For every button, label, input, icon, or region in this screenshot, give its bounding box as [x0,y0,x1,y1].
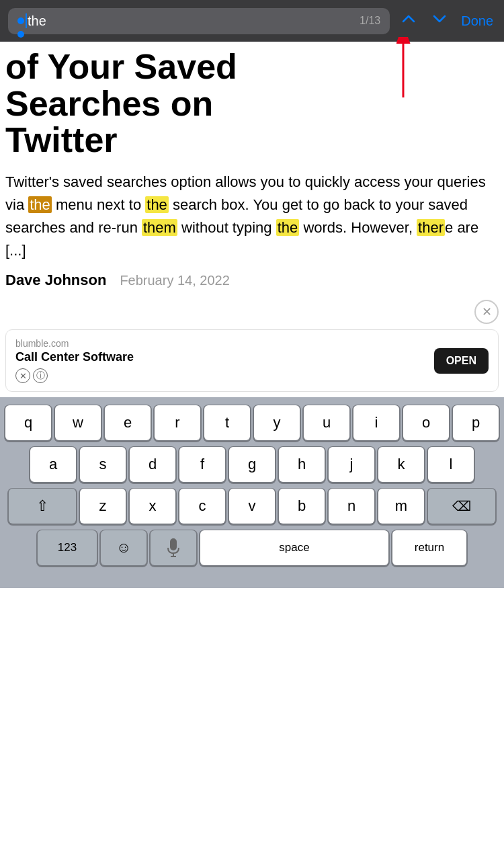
key-k[interactable]: k [378,447,424,482]
article-meta: Dave Johnson February 14, 2022 [3,272,501,289]
key-l[interactable]: l [428,447,474,482]
highlight-the-2: the [145,196,169,213]
ad-controls: ✕ ⓘ [15,368,134,383]
search-input[interactable]: the [17,13,46,29]
keyboard-row-2: a s d f g h j k l [3,447,501,482]
key-v[interactable]: v [229,489,275,524]
key-r[interactable]: r [155,405,200,440]
space-key[interactable]: space [200,530,388,565]
ad-open-button[interactable]: OPEN [434,348,489,374]
mic-key[interactable] [151,530,196,565]
key-t[interactable]: t [204,405,250,440]
return-key[interactable]: return [392,530,466,565]
key-g[interactable]: g [229,447,275,482]
search-bar: the 1/13 Done [0,0,504,42]
article-content: of Your Saved Searches on Twitter Twitte… [0,42,504,300]
article-body: Twitter's saved searches option allows y… [3,171,501,262]
ad-info: blumble.com Call Center Software ✕ ⓘ [15,338,134,383]
close-button[interactable]: ✕ [474,300,499,324]
highlight-there: ther [417,219,445,236]
highlight-the-1: the [28,196,52,213]
cursor-top-dot [17,17,24,24]
close-button-container: ✕ [0,300,504,329]
highlight-the-3: the [276,219,300,236]
ad-banner: blumble.com Call Center Software ✕ ⓘ OPE… [5,329,499,392]
keyboard: q w e r t y u i o p a s d f g h j k l ⇧ … [0,397,504,588]
key-o[interactable]: o [403,405,449,440]
ad-close-button[interactable]: ✕ [15,368,30,383]
keyboard-bottom-padding [3,572,501,585]
key-b[interactable]: b [279,489,325,524]
cursor-line [26,13,27,28]
keyboard-row-bottom: 123 ☺ space return [3,530,501,565]
key-p[interactable]: p [453,405,499,440]
key-s[interactable]: s [80,447,126,482]
keyboard-row-3: ⇧ z x c v b n m ⌫ [3,489,501,524]
key-e[interactable]: e [105,405,151,440]
shift-key[interactable]: ⇧ [9,489,76,524]
key-q[interactable]: q [5,405,51,440]
search-next-button[interactable] [427,9,452,32]
keyboard-row-1: q w e r t y u i o p [3,405,501,440]
number-key[interactable]: 123 [38,530,97,565]
key-m[interactable]: m [378,489,424,524]
ad-info-button[interactable]: ⓘ [33,368,48,383]
key-y[interactable]: y [254,405,300,440]
key-x[interactable]: x [130,489,175,524]
cursor-bottom-dot [17,31,24,38]
key-f[interactable]: f [179,447,225,482]
highlight-them: them [142,219,177,236]
ad-title: Call Center Software [15,350,134,364]
emoji-key[interactable]: ☺ [101,530,146,565]
key-u[interactable]: u [304,405,349,440]
key-z[interactable]: z [80,489,126,524]
done-button[interactable]: Done [458,11,496,32]
search-input-container[interactable]: the 1/13 [8,8,390,34]
search-value: the [28,13,46,29]
key-a[interactable]: a [30,447,76,482]
key-n[interactable]: n [329,489,374,524]
author-name: Dave Johnson [5,272,106,289]
key-c[interactable]: c [179,489,225,524]
article-title: of Your Saved Searches on Twitter [3,48,501,159]
key-j[interactable]: j [329,447,374,482]
ad-domain: blumble.com [15,338,134,349]
search-count: 1/13 [360,15,380,27]
key-h[interactable]: h [279,447,325,482]
key-w[interactable]: w [55,405,101,440]
search-prev-button[interactable] [396,9,421,32]
key-d[interactable]: d [130,447,175,482]
svg-rect-2 [170,538,177,550]
article-date: February 14, 2022 [120,273,229,288]
key-i[interactable]: i [353,405,399,440]
delete-key[interactable]: ⌫ [428,489,495,524]
